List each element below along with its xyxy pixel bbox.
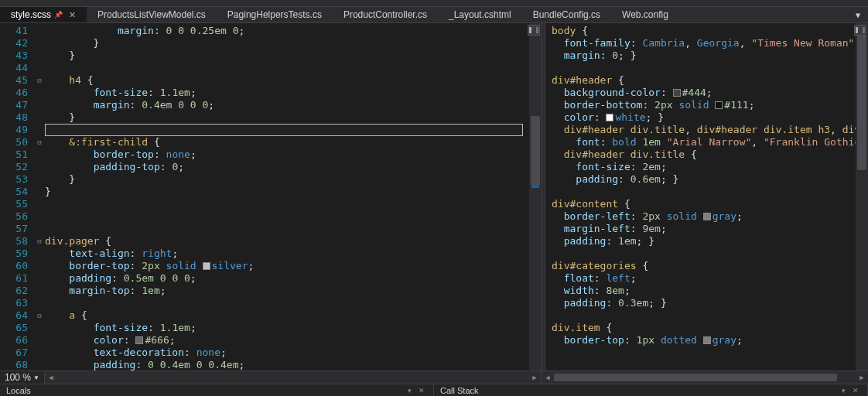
document-tab[interactable]: ProductController.cs: [333, 7, 438, 22]
color-swatch: [715, 101, 723, 109]
tab-label: ProductsListViewModel.cs: [97, 9, 206, 20]
left-code-content[interactable]: margin: 0 0 0.25em 0; } } h4 { font-size…: [45, 23, 529, 370]
tab-label: PagingHelpersTests.cs: [227, 9, 322, 20]
bottom-tool-panels: Locals ▾ ✕ Call Stack ▾ ✕: [0, 384, 868, 396]
zoom-level-dropdown[interactable]: 100 % ▼: [0, 371, 45, 384]
document-tab[interactable]: Web.config: [611, 7, 679, 22]
zoom-level-value: 100 %: [5, 372, 31, 383]
color-swatch: [703, 213, 711, 220]
right-vertical-scrollbar[interactable]: [856, 23, 868, 370]
pin-icon[interactable]: 📌: [54, 11, 63, 19]
scroll-left-button[interactable]: ◀: [542, 371, 554, 384]
color-swatch: [673, 89, 681, 97]
split-editor-button[interactable]: [528, 25, 540, 36]
split-editor-button-right[interactable]: [854, 25, 866, 36]
tab-label: BundleConfig.cs: [533, 9, 600, 20]
right-code-area[interactable]: body { font-family: Cambria, Georgia, "T…: [545, 23, 868, 370]
locals-panel-header[interactable]: Locals ▾ ✕: [0, 384, 434, 396]
left-code-area[interactable]: 4142434445464748495051525354555657585960…: [0, 23, 542, 370]
right-code-content[interactable]: body { font-family: Cambria, Georgia, "T…: [545, 23, 856, 370]
right-horizontal-scrollbar[interactable]: ◀ ▶: [542, 371, 868, 384]
callstack-panel-header[interactable]: Call Stack ▾ ✕: [434, 384, 868, 396]
scroll-right-button[interactable]: ▶: [856, 371, 868, 384]
tab-label: style.scss: [11, 9, 51, 20]
left-horizontal-scrollbar[interactable]: ◀ ▶: [45, 371, 542, 384]
document-tab[interactable]: style.scss📌✕: [0, 7, 87, 22]
panel-controls[interactable]: ▾ ✕: [408, 387, 427, 394]
scroll-right-button[interactable]: ▶: [528, 371, 541, 384]
locals-panel-title: Locals: [6, 386, 31, 395]
scroll-left-button[interactable]: ◀: [45, 371, 57, 384]
left-vertical-scrollbar[interactable]: [529, 23, 542, 370]
editor-split-row: 4142434445464748495051525354555657585960…: [0, 23, 868, 370]
hscroll-thumb[interactable]: [554, 374, 837, 381]
tab-label: Web.config: [622, 9, 668, 20]
left-editor-pane: 4142434445464748495051525354555657585960…: [0, 23, 542, 370]
color-swatch: [606, 114, 613, 121]
right-editor-pane: body { font-family: Cambria, Georgia, "T…: [545, 23, 868, 370]
tab-label: _Layout.cshtml: [449, 9, 511, 20]
fold-gutter[interactable]: ⊟⊟⊟⊟: [34, 23, 45, 370]
top-menu-sliver: [0, 0, 868, 7]
color-swatch: [703, 336, 711, 344]
document-tab[interactable]: PagingHelpersTests.cs: [217, 7, 333, 22]
document-tabs: style.scss📌✕ProductsListViewModel.csPagi…: [0, 7, 868, 23]
document-tab[interactable]: ProductsListViewModel.cs: [87, 7, 217, 22]
tab-overflow-dropdown[interactable]: ▼: [848, 7, 868, 22]
document-tab[interactable]: _Layout.cshtml: [438, 7, 522, 22]
line-number-gutter: 4142434445464748495051525354555657585960…: [0, 23, 34, 370]
panel-controls[interactable]: ▾ ✕: [842, 387, 861, 394]
close-icon[interactable]: ✕: [66, 10, 76, 20]
horizontal-scroll-row: 100 % ▼ ◀ ▶ ◀ ▶: [0, 370, 868, 384]
callstack-panel-title: Call Stack: [440, 386, 479, 395]
color-swatch: [203, 262, 210, 270]
chevron-down-icon: ▼: [33, 374, 39, 381]
color-swatch: [135, 336, 143, 344]
document-tab[interactable]: BundleConfig.cs: [522, 7, 611, 22]
tab-label: ProductController.cs: [343, 9, 427, 20]
